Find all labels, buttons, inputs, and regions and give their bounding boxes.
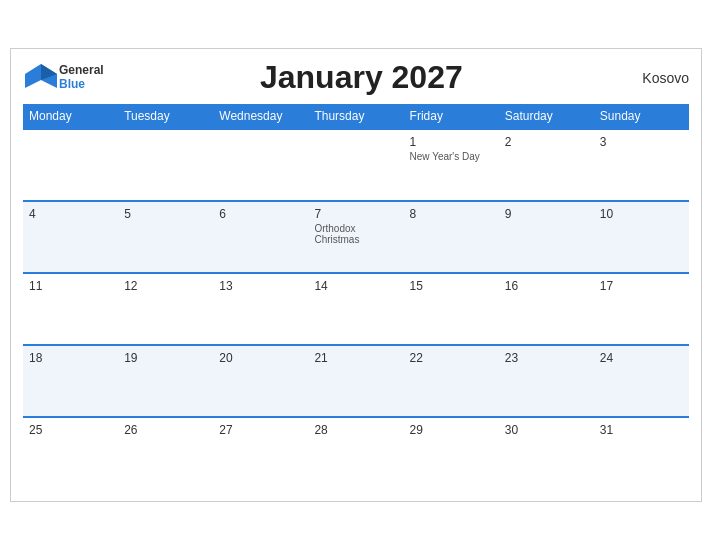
weekday-header-thursday: Thursday: [308, 104, 403, 129]
week-row-0: 1New Year's Day23: [23, 129, 689, 201]
calendar-title: January 2027: [104, 59, 619, 96]
calendar-cell: 1New Year's Day: [404, 129, 499, 201]
logo-text: General Blue: [59, 64, 104, 90]
logo-blue-text: Blue: [59, 78, 104, 91]
calendar-cell: 20: [213, 345, 308, 417]
logo: General Blue: [23, 60, 104, 96]
day-number: 1: [410, 135, 493, 149]
day-number: 13: [219, 279, 302, 293]
calendar-cell: [23, 129, 118, 201]
calendar-cell: 10: [594, 201, 689, 273]
country-name: Kosovo: [619, 70, 689, 86]
day-number: 8: [410, 207, 493, 221]
calendar-cell: 19: [118, 345, 213, 417]
calendar-cell: 26: [118, 417, 213, 489]
weekday-header-friday: Friday: [404, 104, 499, 129]
calendar-cell: 3: [594, 129, 689, 201]
calendar-cell: 24: [594, 345, 689, 417]
calendar-cell: 18: [23, 345, 118, 417]
day-number: 7: [314, 207, 397, 221]
calendar-cell: 12: [118, 273, 213, 345]
day-number: 11: [29, 279, 112, 293]
calendar-cell: 22: [404, 345, 499, 417]
day-number: 3: [600, 135, 683, 149]
calendar-grid: MondayTuesdayWednesdayThursdayFridaySatu…: [23, 104, 689, 489]
calendar-cell: [308, 129, 403, 201]
day-number: 23: [505, 351, 588, 365]
event-label: New Year's Day: [410, 151, 493, 162]
weekday-header-monday: Monday: [23, 104, 118, 129]
day-number: 9: [505, 207, 588, 221]
calendar-cell: 31: [594, 417, 689, 489]
day-number: 27: [219, 423, 302, 437]
calendar-cell: 9: [499, 201, 594, 273]
day-number: 20: [219, 351, 302, 365]
week-row-4: 25262728293031: [23, 417, 689, 489]
day-number: 21: [314, 351, 397, 365]
logo-general-text: General: [59, 64, 104, 77]
calendar-cell: 30: [499, 417, 594, 489]
calendar-cell: 7Orthodox Christmas: [308, 201, 403, 273]
day-number: 18: [29, 351, 112, 365]
calendar-cell: 27: [213, 417, 308, 489]
day-number: 16: [505, 279, 588, 293]
calendar-cell: 23: [499, 345, 594, 417]
day-number: 12: [124, 279, 207, 293]
week-row-2: 11121314151617: [23, 273, 689, 345]
day-number: 15: [410, 279, 493, 293]
calendar-cell: 14: [308, 273, 403, 345]
calendar-cell: 6: [213, 201, 308, 273]
weekday-header-row: MondayTuesdayWednesdayThursdayFridaySatu…: [23, 104, 689, 129]
calendar-cell: 4: [23, 201, 118, 273]
calendar-container: General Blue January 2027 Kosovo MondayT…: [10, 48, 702, 502]
calendar-cell: 13: [213, 273, 308, 345]
day-number: 2: [505, 135, 588, 149]
day-number: 28: [314, 423, 397, 437]
day-number: 30: [505, 423, 588, 437]
day-number: 6: [219, 207, 302, 221]
day-number: 29: [410, 423, 493, 437]
calendar-cell: 11: [23, 273, 118, 345]
weekday-header-wednesday: Wednesday: [213, 104, 308, 129]
week-row-3: 18192021222324: [23, 345, 689, 417]
logo-icon: [23, 60, 59, 96]
week-row-1: 4567Orthodox Christmas8910: [23, 201, 689, 273]
calendar-cell: 29: [404, 417, 499, 489]
calendar-cell: 2: [499, 129, 594, 201]
day-number: 22: [410, 351, 493, 365]
day-number: 17: [600, 279, 683, 293]
calendar-cell: 21: [308, 345, 403, 417]
calendar-header: General Blue January 2027 Kosovo: [23, 59, 689, 96]
calendar-cell: 5: [118, 201, 213, 273]
weekday-header-sunday: Sunday: [594, 104, 689, 129]
calendar-cell: 28: [308, 417, 403, 489]
day-number: 24: [600, 351, 683, 365]
calendar-cell: 16: [499, 273, 594, 345]
day-number: 26: [124, 423, 207, 437]
day-number: 10: [600, 207, 683, 221]
day-number: 14: [314, 279, 397, 293]
day-number: 4: [29, 207, 112, 221]
calendar-cell: 8: [404, 201, 499, 273]
calendar-cell: 17: [594, 273, 689, 345]
calendar-tbody: 1New Year's Day234567Orthodox Christmas8…: [23, 129, 689, 489]
calendar-cell: 15: [404, 273, 499, 345]
day-number: 25: [29, 423, 112, 437]
day-number: 31: [600, 423, 683, 437]
day-number: 19: [124, 351, 207, 365]
event-label: Orthodox Christmas: [314, 223, 397, 245]
day-number: 5: [124, 207, 207, 221]
calendar-cell: 25: [23, 417, 118, 489]
weekday-header-saturday: Saturday: [499, 104, 594, 129]
calendar-cell: [213, 129, 308, 201]
weekday-header-tuesday: Tuesday: [118, 104, 213, 129]
calendar-cell: [118, 129, 213, 201]
calendar-thead: MondayTuesdayWednesdayThursdayFridaySatu…: [23, 104, 689, 129]
